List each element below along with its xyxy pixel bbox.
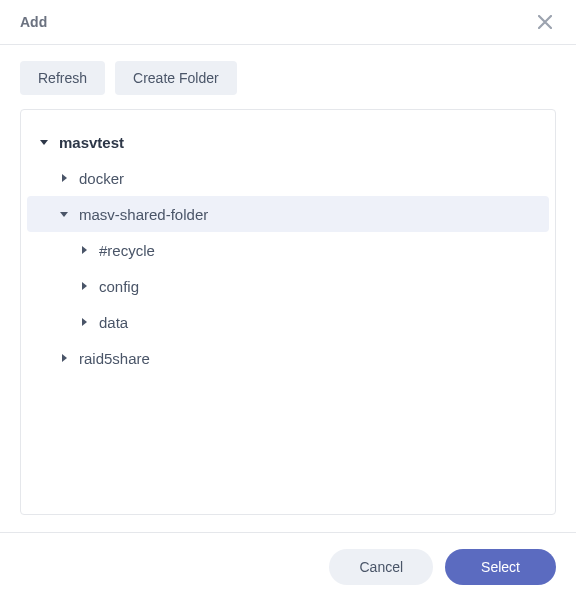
tree-node[interactable]: docker — [27, 160, 549, 196]
folder-tree[interactable]: masvtestdockermasv-shared-folder#recycle… — [20, 109, 556, 515]
close-icon[interactable] — [534, 12, 556, 32]
dialog-footer: Cancel Select — [0, 532, 576, 601]
cancel-button[interactable]: Cancel — [329, 549, 433, 585]
dialog-header: Add — [0, 0, 576, 45]
create-folder-button[interactable]: Create Folder — [115, 61, 237, 95]
tree-node-label: masvtest — [59, 134, 124, 151]
tree-node[interactable]: masvtest — [27, 124, 549, 160]
toolbar: Refresh Create Folder — [0, 45, 576, 109]
tree-node-label: raid5share — [79, 350, 150, 367]
select-button[interactable]: Select — [445, 549, 556, 585]
tree-node-label: config — [99, 278, 139, 295]
caret-down-icon[interactable] — [57, 207, 71, 221]
tree-node-label: docker — [79, 170, 124, 187]
caret-right-icon[interactable] — [77, 279, 91, 293]
tree-node[interactable]: config — [27, 268, 549, 304]
tree-node-label: masv-shared-folder — [79, 206, 208, 223]
tree-node[interactable]: raid5share — [27, 340, 549, 376]
caret-right-icon[interactable] — [57, 171, 71, 185]
tree-node-label: data — [99, 314, 128, 331]
caret-down-icon[interactable] — [37, 135, 51, 149]
caret-right-icon[interactable] — [77, 315, 91, 329]
tree-node[interactable]: masv-shared-folder — [27, 196, 549, 232]
tree-node[interactable]: #recycle — [27, 232, 549, 268]
refresh-button[interactable]: Refresh — [20, 61, 105, 95]
caret-right-icon[interactable] — [77, 243, 91, 257]
tree-node[interactable]: data — [27, 304, 549, 340]
caret-right-icon[interactable] — [57, 351, 71, 365]
tree-node-label: #recycle — [99, 242, 155, 259]
dialog-title: Add — [20, 14, 47, 30]
